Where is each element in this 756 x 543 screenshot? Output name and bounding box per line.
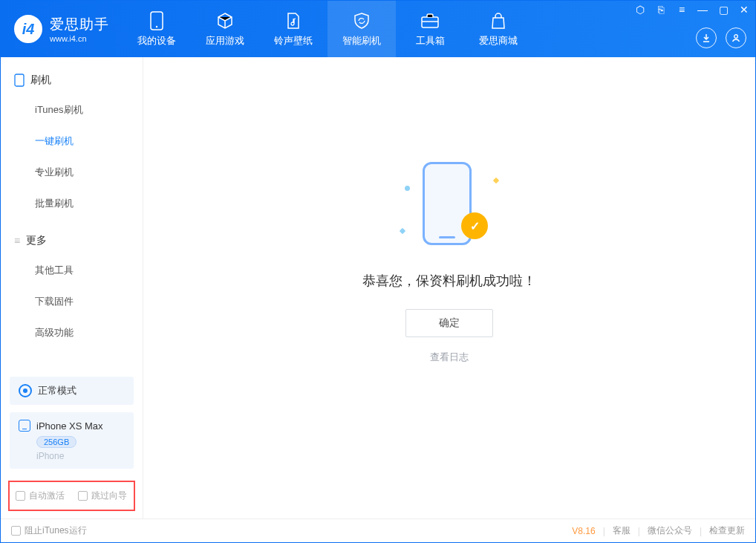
- main-content: ✓ 恭喜您，保资料刷机成功啦！ 确定 查看日志: [143, 57, 755, 518]
- sidebar-item-batch-flash[interactable]: 批量刷机: [1, 188, 143, 219]
- checkbox-icon: [11, 526, 21, 536]
- logo: i4 爱思助手 www.i4.cn: [1, 15, 123, 43]
- checkbox-icon: [78, 491, 88, 501]
- tab-label: 工具箱: [416, 34, 445, 48]
- device-storage: 256GB: [36, 436, 76, 448]
- sidebar-item-other-tools[interactable]: 其他工具: [1, 255, 143, 286]
- menu-icon[interactable]: ≡: [675, 4, 688, 16]
- success-illustration: ✓: [397, 156, 501, 253]
- svg-rect-4: [15, 74, 24, 86]
- svg-point-3: [734, 35, 738, 39]
- highlighted-options: 自动激活 跳过向导: [8, 481, 135, 511]
- checkbox-auto-activate[interactable]: 自动激活: [16, 490, 65, 502]
- sidebar-item-onekey-flash[interactable]: 一键刷机: [1, 126, 143, 157]
- shirt-icon[interactable]: ⬡: [633, 4, 647, 16]
- sidebar-item-advanced[interactable]: 高级功能: [1, 317, 143, 348]
- body: 刷机 iTunes刷机 一键刷机 专业刷机 批量刷机 ≡ 更多 其他工具 下载固…: [1, 57, 755, 518]
- sidebar: 刷机 iTunes刷机 一键刷机 专业刷机 批量刷机 ≡ 更多 其他工具 下载固…: [1, 57, 143, 518]
- header-right-buttons: [696, 27, 746, 48]
- checkbox-label: 阻止iTunes运行: [25, 524, 87, 537]
- phone-icon: [147, 11, 166, 30]
- window-controls: ⬡ ⎘ ≡ — ▢ ✕: [633, 4, 751, 16]
- tab-smart-flash[interactable]: 智能刷机: [328, 1, 396, 57]
- sidebar-item-pro-flash[interactable]: 专业刷机: [1, 157, 143, 188]
- bag-icon: [489, 11, 508, 30]
- tab-apps-games[interactable]: 应用游戏: [191, 1, 259, 57]
- svg-rect-2: [422, 17, 438, 27]
- user-button[interactable]: [726, 27, 746, 48]
- version-label: V8.16: [572, 526, 595, 536]
- cube-icon: [215, 11, 235, 30]
- app-name: 爱思助手: [50, 15, 109, 34]
- tab-store[interactable]: 爱思商城: [464, 1, 532, 57]
- feedback-icon[interactable]: ⎘: [654, 4, 668, 16]
- checkbox-label: 自动激活: [29, 490, 65, 502]
- checkbox-icon: [16, 491, 25, 501]
- group-title: 更多: [26, 234, 47, 247]
- minimize-button[interactable]: —: [696, 4, 709, 16]
- sidebar-group-more: ≡ 更多: [1, 227, 143, 255]
- tab-label: 我的设备: [137, 34, 176, 48]
- sidebar-item-itunes-flash[interactable]: iTunes刷机: [1, 94, 143, 126]
- tab-label: 应用游戏: [206, 34, 244, 48]
- music-file-icon: [284, 11, 303, 30]
- close-button[interactable]: ✕: [737, 4, 751, 16]
- group-title: 刷机: [30, 74, 51, 87]
- tab-label: 智能刷机: [342, 34, 381, 48]
- maximize-button[interactable]: ▢: [717, 4, 730, 16]
- mode-card[interactable]: 正常模式: [10, 377, 134, 405]
- app-url: www.i4.cn: [50, 34, 109, 43]
- tab-toolbox[interactable]: 工具箱: [396, 1, 464, 57]
- tab-my-device[interactable]: 我的设备: [123, 1, 191, 57]
- mode-label: 正常模式: [38, 384, 76, 397]
- link-check-update[interactable]: 检查更新: [709, 524, 745, 537]
- header: i4 爱思助手 www.i4.cn 我的设备 应用游戏: [1, 1, 755, 57]
- tab-label: 铃声壁纸: [274, 34, 313, 48]
- sidebar-item-download-firmware[interactable]: 下载固件: [1, 286, 143, 317]
- app-window: i4 爱思助手 www.i4.cn 我的设备 应用游戏: [0, 0, 756, 543]
- logo-icon: i4: [14, 15, 42, 43]
- success-message: 恭喜您，保资料刷机成功啦！: [362, 272, 536, 290]
- device-icon: [19, 420, 30, 432]
- device-name: iPhone XS Max: [36, 420, 103, 432]
- checkbox-label: 跳过向导: [91, 490, 127, 502]
- checkbox-block-itunes[interactable]: 阻止iTunes运行: [11, 524, 87, 537]
- device-type: iPhone: [36, 451, 125, 461]
- checkbox-skip-wizard[interactable]: 跳过向导: [78, 490, 127, 502]
- more-icon: ≡: [14, 235, 20, 247]
- footer: 阻止iTunes运行 V8.16 | 客服 | 微信公众号 | 检查更新: [1, 518, 755, 542]
- header-tabs: 我的设备 应用游戏 铃声壁纸 智能刷机: [123, 1, 532, 57]
- tab-ringtone-wallpaper[interactable]: 铃声壁纸: [259, 1, 328, 57]
- mode-icon: [19, 384, 32, 397]
- download-button[interactable]: [696, 27, 717, 48]
- tab-label: 爱思商城: [479, 34, 518, 48]
- svg-point-1: [156, 25, 157, 27]
- sidebar-group-flash: 刷机: [1, 66, 143, 94]
- link-customer-service[interactable]: 客服: [613, 524, 630, 537]
- check-icon: ✓: [461, 212, 488, 239]
- view-log-link[interactable]: 查看日志: [430, 351, 469, 364]
- ok-button[interactable]: 确定: [405, 309, 493, 337]
- device-card[interactable]: iPhone XS Max 256GB iPhone: [10, 412, 134, 469]
- phone-icon: [14, 74, 25, 87]
- refresh-shield-icon: [352, 11, 371, 30]
- briefcase-icon: [420, 11, 440, 30]
- link-wechat[interactable]: 微信公众号: [648, 524, 692, 537]
